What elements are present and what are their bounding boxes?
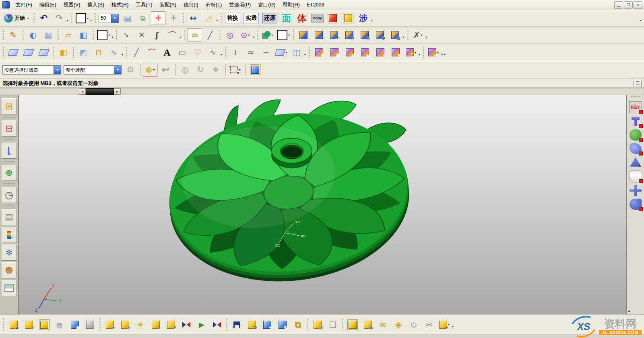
template-green-link[interactable] — [630, 129, 642, 141]
open-in-window-button[interactable]: ▭ — [361, 317, 375, 332]
toolbar-grip[interactable] — [423, 46, 425, 58]
wave-geometry-button[interactable] — [345, 317, 360, 332]
curve-line-button[interactable]: ╱ — [129, 46, 144, 59]
part-navigator-button[interactable]: ⌊ — [2, 143, 17, 159]
scroll-left-button[interactable]: ◄ — [79, 88, 86, 95]
gallery-button[interactable] — [2, 280, 17, 296]
snap-point-button[interactable]: ⊕▾ — [143, 63, 157, 77]
overflow-arrow[interactable]: ▾ — [444, 53, 446, 56]
graphics-window[interactable]: YCXCZCXYZ — [19, 95, 627, 315]
unwrap-button[interactable]: ◫ — [289, 46, 304, 59]
start-button[interactable]: 开始▾ — [1, 12, 32, 24]
status-window-icon[interactable]: ❐ — [634, 80, 642, 87]
heavy-assembly-button[interactable] — [83, 317, 97, 332]
toolbar-grip[interactable] — [4, 161, 14, 163]
interpart-gears-button[interactable]: ⚙ — [123, 63, 138, 77]
toolbar-grip[interactable] — [308, 46, 310, 58]
measure-angle-button[interactable]: ◿ — [201, 11, 216, 25]
menu-edit[interactable]: 编辑(E) — [36, 0, 60, 10]
move-to-layer-button[interactable]: ⧉ — [136, 11, 150, 25]
toolbar-grip[interactable] — [184, 29, 186, 41]
sequence-button[interactable]: ▶ — [194, 317, 209, 332]
toolbar-grip[interactable] — [126, 46, 128, 58]
overflow-arrow[interactable]: ▾ — [419, 53, 420, 56]
revolve-button[interactable]: ◠ — [312, 28, 326, 42]
toolbar-options-arrow[interactable]: ▾ — [640, 19, 642, 22]
interpart-links-button[interactable]: ∞ — [376, 317, 390, 332]
sync-move-face-button[interactable]: ✥ — [312, 46, 326, 59]
line-button[interactable]: ╱ — [203, 28, 217, 42]
scroll-thumb[interactable] — [86, 88, 114, 95]
overflow-arrow[interactable]: ▾ — [221, 53, 222, 56]
make-work-part-button[interactable]: ⚙ — [245, 317, 259, 332]
overflow-arrow[interactable]: ▾ — [403, 35, 405, 39]
impeller-model[interactable]: YCXCZCXYZ — [19, 95, 627, 315]
menu-format[interactable]: 格式(R) — [108, 0, 132, 10]
sync-blend-face-button[interactable]: ◣ — [358, 46, 372, 59]
interference-button[interactable]: 涉 — [356, 11, 371, 25]
menu-assemblies[interactable]: 装配(A) — [156, 0, 180, 10]
assembly-navigator-button[interactable]: ⊞ — [2, 98, 17, 114]
constraint-navigator-button[interactable]: ⊟ — [2, 120, 17, 137]
boss-button[interactable]: ⊓ — [342, 28, 357, 42]
toolbar-grip[interactable] — [22, 29, 24, 41]
component-sets-button[interactable]: ⧉ — [291, 317, 305, 332]
rotate-view-button[interactable]: ↻ — [193, 63, 208, 77]
point-set-button[interactable]: ∿ — [206, 46, 220, 59]
toolbar-grip[interactable] — [116, 29, 118, 41]
face-button[interactable]: 面 — [279, 11, 294, 25]
toolbar-grip[interactable] — [71, 12, 73, 24]
through-mesh-button[interactable] — [21, 46, 36, 59]
arrangements-button[interactable]: ↻ — [275, 317, 290, 332]
template-elbow[interactable] — [630, 199, 642, 210]
system-tools-button[interactable]: ✻ — [2, 245, 17, 261]
toolbar-grip[interactable] — [33, 12, 35, 24]
trim-curve-button[interactable]: ➘ — [119, 28, 134, 42]
roles-button[interactable]: ☻ — [2, 262, 17, 278]
menu-view[interactable]: 视图(V) — [60, 0, 84, 10]
deformable-part-button[interactable]: ∿ — [260, 317, 275, 332]
overflow-arrow[interactable]: ▾ — [67, 19, 68, 22]
combine-curve-button[interactable]: ≈ — [244, 46, 258, 59]
menu-analysis[interactable]: 分析(L) — [202, 0, 225, 10]
toolbar-grip[interactable] — [4, 205, 14, 207]
toolbar-grip[interactable] — [226, 318, 228, 331]
pattern-component-button[interactable]: ✳ — [133, 317, 148, 332]
toolbar-grip[interactable] — [307, 318, 309, 331]
overflow-arrow[interactable]: ▾ — [425, 35, 427, 39]
toolbar-grip[interactable] — [219, 29, 221, 41]
toolbar-grip[interactable] — [139, 64, 141, 75]
interpart-link-button[interactable]: ∞ — [188, 28, 202, 42]
work-layer-combo[interactable]: 50▼ — [99, 14, 119, 23]
replace-button[interactable]: 替换 — [224, 11, 242, 25]
measure-distance-button[interactable]: ↔ — [186, 11, 200, 25]
toolbar-grip[interactable] — [2, 29, 4, 41]
project-curve-button[interactable]: ≀ — [228, 46, 243, 59]
reference-set-button[interactable]: ❏ — [310, 317, 325, 332]
template-t-part[interactable] — [630, 116, 642, 127]
ruled-surface-button[interactable] — [6, 46, 21, 59]
extrude-button[interactable] — [296, 28, 311, 42]
toolbar-grip[interactable] — [342, 318, 344, 331]
sync-delete-face-button[interactable]: ✕ — [388, 46, 403, 59]
menu-tools[interactable]: 工具(T) — [132, 0, 156, 10]
toolbar-grip[interactable] — [92, 29, 94, 41]
yellow-cube-button[interactable] — [341, 11, 355, 25]
wireframe-components-button[interactable]: ⧈ — [52, 317, 67, 332]
add-component-button[interactable]: + — [103, 317, 117, 332]
visualization-button[interactable] — [2, 227, 17, 243]
menu-file[interactable]: 文件(F) — [12, 0, 36, 10]
toolbar-grip[interactable] — [244, 64, 246, 75]
snapshot-button[interactable]: ◉ — [68, 317, 82, 332]
back-button[interactable]: ↩ — [158, 63, 173, 77]
selection-scope-combo[interactable]: 整个装配▼ — [64, 65, 122, 75]
block-button[interactable]: ▭ — [327, 28, 341, 42]
menu-preferences[interactable]: 首选项(P) — [225, 0, 254, 10]
bounded-plane-button[interactable]: ▾ — [276, 28, 291, 42]
redo-button[interactable]: ↷ — [52, 11, 66, 25]
trimmed-sheet-button[interactable] — [37, 46, 51, 59]
circle-arc-button[interactable]: ⊙▾ — [238, 28, 252, 42]
basic-shapes-button[interactable]: ▾ — [260, 28, 275, 42]
overflow-arrow[interactable]: ▾ — [180, 35, 182, 39]
wrap-curve-button[interactable]: ∽ — [259, 46, 273, 59]
